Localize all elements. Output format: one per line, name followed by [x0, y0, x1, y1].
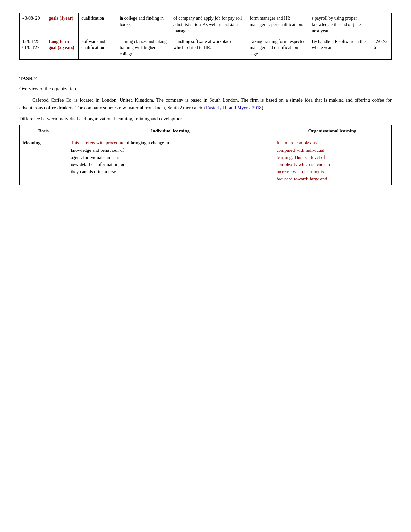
meaning-basis: Meaning	[20, 137, 67, 185]
header-individual: Individual learning	[67, 125, 273, 137]
org-text-5: increase when learning is	[276, 169, 324, 174]
task2-title: TASK 2	[19, 76, 392, 82]
cell-qual-2: Software and qualification	[79, 36, 117, 59]
header-basis: Basis	[20, 125, 67, 137]
indiv-text-black-2: knowledge and behaviour of	[71, 148, 124, 153]
cell-college-1: in college and finding in books.	[117, 13, 171, 36]
org-text-1: It is more complex as	[276, 140, 317, 145]
table-row: 12/0 1/25 - 01/0 3/27 Long term goal (2 …	[20, 36, 392, 59]
citation-link: Easterly III and Myers, 2018	[206, 105, 262, 110]
comparison-table: Basis Individual learning Organizational…	[19, 125, 392, 185]
cell-qual-1: qualification	[79, 13, 117, 36]
cell-payroll-1: s payroll by using proper knowledg e the…	[309, 13, 371, 36]
diff-subtitle: Difference between individual and organi…	[19, 116, 392, 121]
org-text-4: complexity which is tends to	[276, 162, 330, 167]
indiv-text-black-5: they can also find a new	[71, 169, 116, 174]
overview-paragraph: Cafepod Coffee Co. is located in London,…	[19, 96, 392, 111]
meaning-individual: This is refers with procedure of bringin…	[67, 137, 273, 185]
cell-company-1: of company and apply job for pay roll ad…	[171, 13, 247, 36]
cell-date-end-2: 12/02/2 6	[371, 36, 391, 59]
cell-goals-1: goals (1year)	[46, 13, 79, 36]
indiv-text-black-4: new detail or information, or	[71, 162, 124, 167]
table-header-row: Basis Individual learning Organizational…	[20, 125, 392, 137]
cell-goals-2: Long term goal (2 years)	[46, 36, 79, 59]
indiv-text-red: This is refers with procedure	[71, 140, 124, 145]
cell-date-1: - 3/08/ 20	[20, 13, 46, 36]
org-text-3: learning. This is a level of	[276, 155, 325, 160]
overview-subtitle: Overview of the organization.	[19, 86, 392, 92]
task2-section: TASK 2 Overview of the organization. Caf…	[19, 76, 392, 185]
overview-text-start: Cafepod Coffee Co. is located in London,…	[19, 97, 392, 110]
cell-taking-2: Taking training form respected manager a…	[247, 36, 309, 59]
top-table: - 3/08/ 20 goals (1year) qualification i…	[19, 13, 392, 60]
meaning-organizational: It is more complex as compared with indi…	[273, 137, 392, 185]
cell-joining-2: Joining classes and taking training with…	[117, 36, 171, 59]
indiv-text-black-3: agent. Individual can learn a	[71, 155, 124, 160]
cell-handle-2: By handle HR software in the whole year.	[309, 36, 371, 59]
cell-form-1: form manager and HR manager as per quali…	[247, 13, 309, 36]
indiv-text-black-1: of bringing a change in	[124, 140, 169, 145]
org-text-2: compared with individual	[276, 148, 324, 153]
header-organizational: Organizational learning	[273, 125, 392, 137]
cell-handling-2: Handling software at workplac e which re…	[171, 36, 247, 59]
org-text-6: focussed towards large and	[276, 176, 327, 181]
table-row: - 3/08/ 20 goals (1year) qualification i…	[20, 13, 392, 36]
cell-empty-1	[371, 13, 391, 36]
cell-date-2: 12/0 1/25 - 01/0 3/27	[20, 36, 46, 59]
meaning-row: Meaning This is refers with procedure of…	[20, 137, 392, 185]
